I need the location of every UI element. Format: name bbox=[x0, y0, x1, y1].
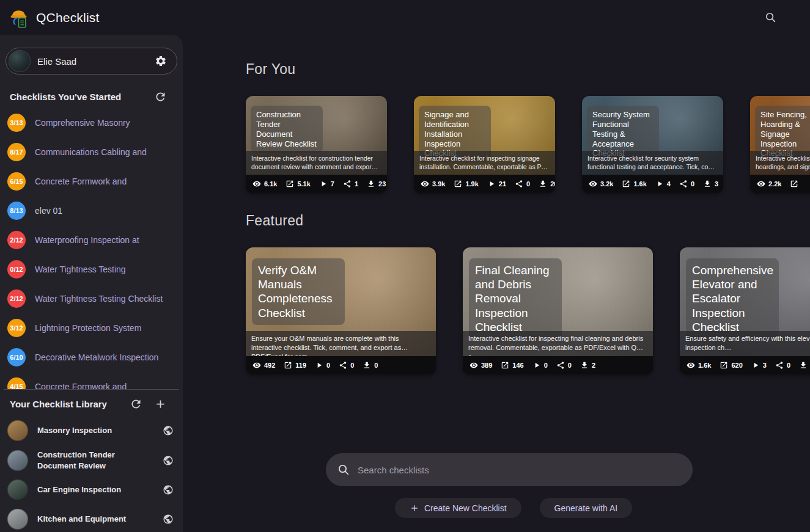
play-icon bbox=[315, 361, 323, 370]
stat-eye: 389 bbox=[469, 361, 492, 370]
checklist-card[interactable]: Comprehensive Elevator and Escalator Ins… bbox=[680, 247, 810, 374]
avatar bbox=[9, 50, 31, 72]
stat-open: 620 bbox=[720, 361, 742, 370]
generate-with-ai-button[interactable]: Generate with AI bbox=[540, 498, 633, 518]
card-stats: 3.2k 1.6k 4 0 3 bbox=[582, 175, 723, 193]
checklist-card[interactable]: Security System Functional Testing & Acc… bbox=[582, 96, 723, 193]
globe-icon bbox=[163, 484, 174, 495]
stat-value: 0 bbox=[544, 362, 548, 369]
card-title: Verify O&M Manuals Completeness Checklis… bbox=[252, 258, 345, 325]
search-bar[interactable] bbox=[326, 453, 693, 486]
user-profile[interactable]: Elie Saad bbox=[6, 48, 177, 75]
card-row: Construction Tender Document Review Chec… bbox=[246, 96, 810, 193]
started-checklist-item[interactable]: 4/15 Concrete Formwork and bbox=[0, 372, 183, 389]
plus-icon bbox=[410, 503, 419, 513]
refresh-icon[interactable] bbox=[154, 90, 167, 103]
library-item[interactable]: Masonry Inspection bbox=[0, 416, 183, 445]
stat-open: 119 bbox=[284, 361, 306, 370]
stat-play: 7 bbox=[319, 180, 334, 188]
started-checklist-item[interactable]: 0/12 Water Tightness Testing bbox=[0, 255, 183, 284]
checklist-card[interactable]: Final Cleaning and Debris Removal Inspec… bbox=[463, 247, 653, 374]
refresh-icon[interactable] bbox=[130, 398, 142, 410]
stat-value: 0 bbox=[326, 362, 330, 369]
checklist-card[interactable]: Site Fencing, Hoarding & Signage Inspect… bbox=[750, 96, 810, 193]
section-title: Featured bbox=[246, 212, 810, 229]
card-thumbnail: Site Fencing, Hoarding & Signage Inspect… bbox=[750, 96, 810, 175]
open-icon bbox=[285, 180, 294, 188]
user-name: Elie Saad bbox=[37, 56, 76, 67]
eye-icon bbox=[687, 361, 695, 370]
checklist-thumbnail bbox=[7, 509, 28, 530]
search-input[interactable] bbox=[358, 465, 681, 475]
search-icon[interactable] bbox=[762, 9, 778, 25]
checklist-card[interactable]: Construction Tender Document Review Chec… bbox=[246, 96, 387, 193]
checklist-item-label: Waterproofing Inspection at bbox=[35, 235, 139, 245]
progress-badge: 0/12 bbox=[7, 260, 26, 279]
checklist-item-label: Decorative Metalwork Inspection bbox=[35, 352, 158, 362]
started-checklist-item[interactable]: 3/12 Lightning Protection System bbox=[0, 313, 183, 343]
stat-value: 389 bbox=[481, 362, 492, 369]
started-checklist-item[interactable]: 2/12 Waterproofing Inspection at bbox=[0, 225, 183, 255]
started-checklist-item[interactable]: 3/13 Comprehensive Masonry bbox=[0, 108, 183, 137]
started-checklist-item[interactable]: 2/12 Water Tightness Testing Checklist bbox=[0, 284, 183, 313]
eye-icon bbox=[421, 180, 429, 188]
card-description: Interactive checklist for construction t… bbox=[246, 151, 387, 175]
stat-share: 0 bbox=[339, 361, 354, 370]
add-checklist-icon[interactable] bbox=[154, 398, 167, 410]
open-icon bbox=[454, 180, 462, 188]
section-title: For You bbox=[246, 60, 810, 78]
library-item[interactable]: Kitchen and Equipment bbox=[0, 505, 183, 532]
stat-value: 5.1k bbox=[297, 180, 310, 188]
play-icon bbox=[655, 180, 664, 188]
stat-share: 0 bbox=[556, 361, 572, 370]
started-checklist-item[interactable]: 6/10 Decorative Metalwork Inspection bbox=[0, 343, 183, 372]
download-icon bbox=[799, 361, 808, 370]
globe-icon bbox=[163, 514, 174, 525]
library-item[interactable]: Car Engine Inspection bbox=[0, 475, 183, 505]
sidebar: Elie Saad Checklists You've Started 3/13… bbox=[0, 35, 183, 532]
settings-gear-icon[interactable] bbox=[155, 55, 167, 67]
stat-play: 21 bbox=[487, 180, 506, 188]
stat-value: 2 bbox=[592, 362, 595, 369]
open-icon bbox=[790, 180, 798, 188]
stat-share: 0 bbox=[515, 180, 530, 188]
stat-value: 3 bbox=[715, 180, 718, 188]
open-icon bbox=[284, 361, 292, 370]
card-description: Interactive checklist for site fencing, … bbox=[750, 151, 810, 175]
stat-download: 0 bbox=[363, 361, 378, 370]
stat-value: 146 bbox=[512, 362, 523, 369]
checklist-card[interactable]: Signage and Identification Installation … bbox=[414, 96, 555, 193]
card-thumbnail: Comprehensive Elevator and Escalator Ins… bbox=[680, 247, 810, 356]
stat-play: 4 bbox=[655, 180, 671, 188]
stat-value: 0 bbox=[691, 180, 694, 188]
share-icon bbox=[343, 180, 352, 188]
card-thumbnail: Security System Functional Testing & Acc… bbox=[582, 96, 723, 175]
stat-eye: 6.1k bbox=[252, 180, 277, 188]
started-checklist-item[interactable]: 8/13 elev 01 bbox=[0, 196, 183, 225]
open-icon bbox=[501, 361, 509, 370]
open-icon bbox=[720, 361, 728, 370]
card-stats: 492 119 0 0 0 bbox=[246, 356, 436, 374]
stat-value: 1.6k bbox=[633, 180, 646, 188]
stat-value: 3.9k bbox=[432, 180, 445, 188]
stat-play: 3 bbox=[751, 361, 767, 370]
stat-eye: 1.6k bbox=[687, 361, 711, 370]
card-stats: 389 146 0 0 2 bbox=[463, 356, 653, 374]
stat-download bbox=[799, 361, 810, 370]
card-stats: 3.9k 1.9k 21 0 26 bbox=[414, 175, 555, 193]
sidebar-divider bbox=[4, 389, 179, 390]
started-checklist-item[interactable]: 8/17 Communications Cabling and bbox=[0, 137, 183, 167]
play-icon bbox=[532, 361, 541, 370]
stat-download: 26 bbox=[539, 180, 555, 188]
play-icon bbox=[487, 180, 496, 188]
progress-badge: 6/15 bbox=[7, 172, 26, 191]
checklist-item-label: Concrete Formwork and bbox=[35, 177, 127, 186]
library-item[interactable]: Construction Tender Document Review bbox=[0, 445, 183, 475]
create-new-checklist-button[interactable]: Create New Checklist bbox=[395, 498, 521, 518]
progress-badge: 8/17 bbox=[7, 143, 26, 161]
library-list: Masonry Inspection Construction Tender D… bbox=[0, 416, 183, 532]
library-item-label: Construction Tender Document Review bbox=[37, 450, 153, 471]
started-checklist-item[interactable]: 6/15 Concrete Formwork and bbox=[0, 167, 183, 196]
card-description: Interactive checklist for security syste… bbox=[582, 151, 723, 175]
checklist-card[interactable]: Verify O&M Manuals Completeness Checklis… bbox=[246, 247, 436, 374]
